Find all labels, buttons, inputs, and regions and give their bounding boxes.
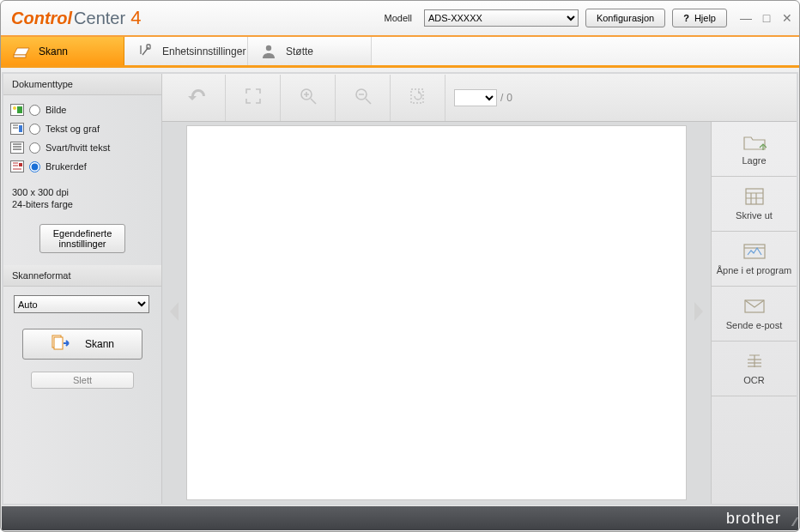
sidebar: Dokumenttype Bilde Tekst og graf: [3, 74, 162, 504]
preview-toolbar: / 0: [162, 74, 797, 122]
svg-rect-17: [19, 163, 22, 166]
page-select[interactable]: [454, 89, 497, 106]
radio-custom-label: Brukerdef: [45, 161, 87, 172]
ocr-action-label: OCR: [743, 375, 764, 385]
radio-bw-text[interactable]: Svart/hvitt tekst: [10, 138, 155, 157]
radio-text-graphics[interactable]: Tekst og graf: [10, 119, 155, 138]
scan-format-select[interactable]: Auto: [14, 295, 149, 313]
scan-button-label: Skann: [85, 338, 114, 350]
app-window: Control Center 4 Modell ADS-XXXXX Konfig…: [0, 0, 800, 532]
svg-rect-5: [17, 106, 22, 113]
delete-button[interactable]: Slett: [31, 372, 134, 389]
help-icon: ?: [683, 13, 689, 23]
preview-wrap: Lagre Skrive ut Åpne i et program: [162, 122, 797, 504]
brand-label: brother: [726, 510, 781, 528]
rotate-button[interactable]: [391, 75, 445, 121]
scanner-icon: [13, 43, 30, 60]
zoom-out-button[interactable]: [336, 75, 391, 121]
ocr-action[interactable]: OCR: [712, 342, 797, 396]
fit-button[interactable]: [226, 75, 281, 121]
config-button-label: Konfigurasjon: [597, 13, 654, 23]
radio-custom[interactable]: Brukerdef: [10, 157, 155, 176]
chevron-left-icon: [167, 300, 182, 326]
tab-support-label: Støtte: [286, 45, 313, 57]
radio-bw-label: Svart/hvitt tekst: [45, 142, 110, 153]
model-label: Modell: [385, 13, 412, 23]
app-title: Control Center 4: [11, 7, 141, 29]
preview-canvas: [186, 125, 687, 500]
model-select[interactable]: ADS-XXXXX: [424, 9, 579, 27]
scan-format-header: Skanneformat: [3, 265, 161, 287]
zoom-in-button[interactable]: [281, 75, 336, 121]
next-page-button[interactable]: [687, 122, 711, 504]
svg-rect-20: [54, 337, 63, 349]
tab-device-settings[interactable]: Enhetsinnstillinger: [124, 37, 248, 65]
print-action-label: Skrive ut: [736, 210, 773, 221]
bw-text-icon: [10, 142, 24, 154]
title-number: 4: [130, 7, 141, 29]
config-button[interactable]: Konfigurasjon: [585, 9, 665, 27]
send-email-action[interactable]: Sende e-post: [712, 287, 797, 342]
photo-icon: [10, 104, 24, 116]
tab-device-label: Enhetsinnstillinger: [162, 45, 245, 57]
title-main: Control: [11, 9, 72, 28]
save-action[interactable]: Lagre: [712, 122, 797, 177]
prev-page-button[interactable]: [162, 122, 186, 504]
action-strip: Lagre Skrive ut Åpne i et program: [711, 122, 797, 504]
doctype-radios: Bilde Tekst og graf Svart/hvitt tekst: [3, 95, 161, 184]
page-indicator: / 0: [454, 89, 512, 106]
calendar-print-icon: [742, 187, 767, 206]
svg-line-22: [311, 99, 316, 104]
email-action-label: Sende e-post: [726, 320, 782, 330]
zoom-in-icon: [299, 87, 318, 109]
close-icon[interactable]: ✕: [780, 11, 794, 25]
tab-support[interactable]: Støtte: [248, 37, 372, 65]
svg-rect-10: [11, 142, 24, 154]
custom-doc-icon: [10, 160, 24, 172]
undo-button[interactable]: [171, 75, 226, 121]
scan-button[interactable]: Skann: [22, 329, 142, 360]
page-sep: /: [500, 92, 503, 104]
scan-icon: [51, 334, 71, 355]
ocr-icon: [742, 352, 767, 371]
print-action[interactable]: Skrive ut: [712, 177, 797, 232]
envelope-icon: [742, 297, 767, 316]
svg-point-2: [266, 45, 271, 50]
app-window-icon: [742, 242, 767, 261]
text-graphics-icon: [10, 123, 24, 135]
title-bar: Control Center 4 Modell ADS-XXXXX Konfig…: [1, 1, 799, 35]
fit-icon: [244, 87, 263, 109]
help-button-label: Hjelp: [694, 13, 716, 23]
minimize-icon[interactable]: —: [739, 11, 753, 25]
main-body: Dokumenttype Bilde Tekst og graf: [2, 72, 798, 505]
svg-rect-30: [746, 189, 763, 204]
rotate-icon: [409, 87, 427, 109]
page-total: 0: [506, 92, 512, 104]
radio-image[interactable]: Bilde: [10, 100, 155, 119]
resolution-info: 300 x 300 dpi 24-biters farge: [3, 184, 161, 221]
tab-strip: Skann Enhetsinnstillinger Støtte: [1, 35, 799, 68]
svg-rect-1: [147, 45, 150, 49]
help-button[interactable]: ? Hjelp: [672, 9, 727, 27]
radio-text-label: Tekst og graf: [45, 124, 100, 134]
tab-scan-label: Skann: [39, 45, 68, 57]
doctype-header: Dokumenttype: [3, 74, 161, 95]
tools-icon: [136, 43, 154, 60]
undo-icon: [188, 88, 209, 108]
open-program-action[interactable]: Åpne i et program: [712, 232, 797, 287]
content-area: / 0: [162, 74, 797, 504]
footer: brother ⁄⁄⁄: [2, 506, 798, 530]
svg-line-26: [366, 99, 371, 104]
maximize-icon[interactable]: □: [760, 11, 773, 25]
custom-settings-button[interactable]: Egendefinerte innstillinger: [39, 224, 125, 253]
chevron-right-icon: [691, 300, 706, 326]
save-action-label: Lagre: [742, 155, 766, 166]
radio-image-label: Bilde: [45, 105, 66, 115]
folder-save-icon: [742, 132, 767, 151]
zoom-out-icon: [354, 87, 373, 109]
tab-scan[interactable]: Skann: [1, 37, 124, 65]
svg-rect-0: [14, 55, 26, 57]
title-sub: Center: [74, 9, 125, 28]
dpi-line: 300 x 300 dpi: [12, 186, 161, 198]
open-action-label: Åpne i et program: [717, 265, 791, 275]
